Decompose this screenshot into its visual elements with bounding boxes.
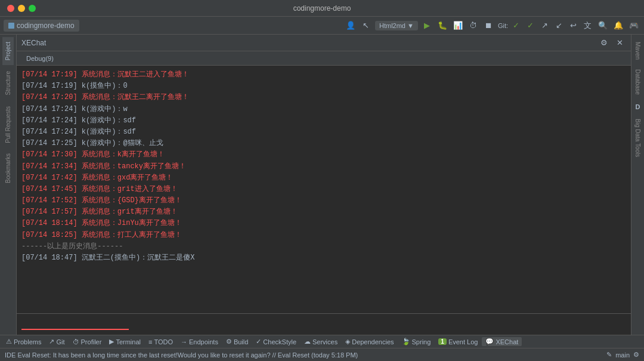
- stop-icon[interactable]: ⏹: [482, 19, 496, 32]
- sidebar-tab-bookmarks[interactable]: Bookmarks: [2, 149, 14, 188]
- html2md-button[interactable]: Html2md ▼: [375, 21, 418, 30]
- chat-input-field[interactable]: [21, 319, 626, 328]
- todo-icon: ≡: [148, 338, 152, 345]
- event-log-label: Event Log: [448, 338, 478, 345]
- checkstyle-label: CheckStyle: [263, 338, 296, 345]
- sidebar-tab-structure[interactable]: Structure: [2, 66, 14, 100]
- plugin-icon[interactable]: 🎮: [627, 19, 640, 32]
- sidebar-tab-bigdata[interactable]: Big Data Tools: [633, 114, 643, 162]
- chat-message-7: [07/14 17:30] 系统消息：k离开了鱼塘！: [21, 149, 626, 161]
- chat-message-4: [07/14 17:24] k(游戏中)：sdf: [21, 115, 626, 126]
- services-icon: ☁: [304, 338, 311, 345]
- status-branch[interactable]: main: [615, 351, 630, 359]
- build-icon: ⚙: [226, 338, 232, 345]
- sidebar-tab-project[interactable]: Project: [2, 37, 14, 65]
- git-check2[interactable]: ✓: [524, 19, 537, 32]
- status-settings-icon[interactable]: ⚙: [633, 351, 639, 359]
- left-sidebar: Project Structure Pull Requests Bookmark…: [0, 35, 17, 335]
- bottom-tab-xchat[interactable]: 💬 XEChat: [482, 337, 522, 346]
- menu-bar: codingmore-demo 👤 ↖ Html2md ▼ ▶ 🐛 📊 ⏱ ⏹ …: [0, 17, 644, 35]
- project-tab[interactable]: codingmore-demo: [4, 20, 79, 32]
- xchat-header-icons: ⚙ ✕: [597, 36, 626, 50]
- chat-message-9: [07/14 17:42] 系统消息：gxd离开了鱼塘！: [21, 172, 626, 184]
- status-message[interactable]: IDE Eval Reset: It has been a long time …: [5, 351, 358, 359]
- chat-input-underline: [21, 329, 129, 330]
- chat-message-6: [07/14 17:25] k(游戏中)：@猫咪、止戈: [21, 138, 626, 149]
- bottom-tab-endpoints[interactable]: → Endpoints: [177, 338, 222, 346]
- chat-message-13: [07/14 18:14] 系统消息：JinYu离开了鱼塘！: [21, 218, 626, 229]
- bottom-tab-problems[interactable]: ⚠ Problems: [2, 337, 45, 346]
- chat-message-12: [07/14 17:57] 系统消息：grit离开了鱼塘！: [21, 206, 626, 218]
- maximize-button[interactable]: [29, 5, 36, 12]
- window-controls: [7, 5, 36, 12]
- terminal-icon: ▶: [109, 338, 114, 345]
- git-label: Git:: [498, 22, 508, 29]
- status-bar-right: ✎ main ⚙: [606, 351, 639, 359]
- chat-message-3: [07/14 17:24] k(游戏中)：w: [21, 104, 626, 115]
- bottom-tab-dependencies[interactable]: ◈ Dependencies: [342, 337, 397, 346]
- debug-icon[interactable]: 🐛: [436, 19, 449, 32]
- git-fetch[interactable]: ↙: [552, 19, 565, 32]
- git-label-bt: Git: [56, 338, 64, 345]
- git-translate[interactable]: 文: [581, 19, 594, 32]
- bottom-toolbar: ⚠ Problems ↗ Git ⏱ Profiler ▶ Terminal ≡…: [0, 335, 644, 348]
- bottom-tab-services[interactable]: ☁ Services: [301, 337, 341, 346]
- coverage-icon[interactable]: 📊: [451, 19, 465, 32]
- html2md-label: Html2md: [379, 22, 405, 29]
- xchat-close-icon[interactable]: ✕: [613, 36, 626, 50]
- sidebar-tab-bigdata-letter[interactable]: D: [634, 100, 642, 114]
- profile-icon[interactable]: ⏱: [467, 19, 480, 32]
- problems-icon: ⚠: [6, 338, 12, 345]
- debug-tab[interactable]: Debug(9): [21, 55, 58, 62]
- chat-divider: ------以上是历史消息------: [21, 241, 626, 252]
- chat-messages[interactable]: [07/14 17:19] 系统消息：沉默王二进入了鱼塘！ [07/14 17:…: [17, 66, 631, 313]
- minimize-button[interactable]: [18, 5, 25, 12]
- bottom-tab-todo[interactable]: ≡ TODO: [145, 338, 177, 346]
- xchat-settings-icon[interactable]: ⚙: [597, 36, 611, 50]
- bottom-tab-profiler[interactable]: ⏱ Profiler: [69, 338, 106, 346]
- bottom-tab-spring[interactable]: 🍃 Spring: [398, 337, 435, 346]
- checkstyle-icon: ✓: [256, 338, 261, 345]
- account-icon[interactable]: 👤: [344, 19, 357, 32]
- chat-message-8: [07/14 17:34] 系统消息：tancky离开了鱼塘！: [21, 161, 626, 172]
- chat-message-0: [07/14 17:19] 系统消息：沉默王二进入了鱼塘！: [21, 69, 626, 81]
- xchat-title: XEChat: [21, 39, 46, 47]
- cursor-icon[interactable]: ↖: [360, 19, 373, 32]
- profiler-icon: ⏱: [73, 338, 79, 345]
- endpoints-label: Endpoints: [189, 338, 218, 345]
- git-undo[interactable]: ↩: [566, 19, 580, 32]
- endpoints-icon: →: [181, 338, 187, 345]
- bottom-tab-git[interactable]: ↗ Git: [45, 337, 68, 346]
- sidebar-tab-database[interactable]: Database: [633, 64, 643, 100]
- status-bar: IDE Eval Reset: It has been a long time …: [0, 348, 644, 361]
- git-arrow[interactable]: ↗: [538, 19, 551, 32]
- title-bar: codingmore-demo: [0, 0, 644, 17]
- close-button[interactable]: [7, 5, 14, 12]
- git-check1[interactable]: ✓: [509, 19, 522, 32]
- status-branch-icon[interactable]: ✎: [606, 351, 612, 359]
- problems-label: Problems: [14, 338, 41, 345]
- terminal-label: Terminal: [116, 338, 141, 345]
- git-icon: ↗: [49, 338, 54, 345]
- bottom-tab-terminal[interactable]: ▶ Terminal: [106, 337, 144, 346]
- run-icon[interactable]: ▶: [420, 19, 434, 32]
- dependencies-label: Dependencies: [352, 338, 394, 345]
- sidebar-tab-maven[interactable]: Maven: [633, 37, 643, 64]
- bottom-tab-checkstyle[interactable]: ✓ CheckStyle: [252, 337, 300, 346]
- chat-message-1: [07/14 17:19] k(摸鱼中)：0: [21, 81, 626, 92]
- chat-message-10: [07/14 17:45] 系统消息：grit进入了鱼塘！: [21, 184, 626, 195]
- bottom-tab-build[interactable]: ⚙ Build: [222, 337, 252, 346]
- search-icon[interactable]: 🔍: [596, 19, 609, 32]
- xchat-header: XEChat ⚙ ✕: [17, 35, 631, 51]
- main-layout: Project Structure Pull Requests Bookmark…: [0, 35, 644, 335]
- project-icon: [8, 23, 14, 29]
- chat-input-area[interactable]: [17, 313, 631, 335]
- chat-message-11: [07/14 17:52] 系统消息：{GSD}离开了鱼塘！: [21, 195, 626, 206]
- sidebar-tab-pull-requests[interactable]: Pull Requests: [2, 101, 14, 148]
- xchat-label: XEChat: [496, 338, 518, 345]
- alert-icon[interactable]: 🔔: [612, 19, 625, 32]
- event-log-badge: 1: [438, 338, 447, 345]
- dependencies-icon: ◈: [345, 338, 350, 345]
- bottom-tab-event-log[interactable]: 1 Event Log: [435, 338, 481, 346]
- toolbar-right: 👤 ↖ Html2md ▼ ▶ 🐛 📊 ⏱ ⏹ Git: ✓ ✓ ↗ ↙ ↩ 文…: [344, 19, 640, 32]
